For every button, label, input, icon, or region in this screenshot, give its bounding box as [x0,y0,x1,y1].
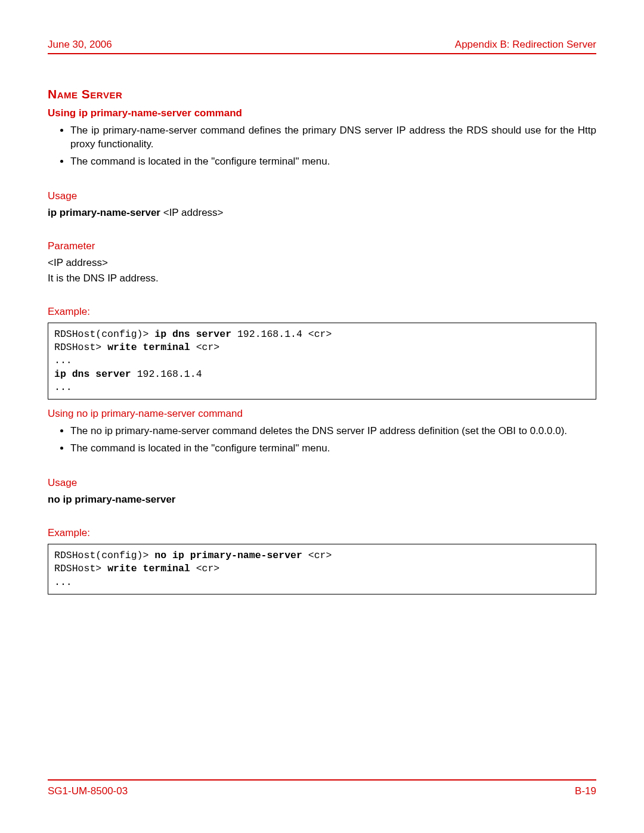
code-example-1: RDSHost(config)> ip dns server 192.168.1… [48,323,596,400]
page-footer: SG1-UM-8500-03 B-19 [48,779,596,797]
footer-docnum: SG1-UM-8500-03 [48,785,128,797]
code-bold: write terminal [107,342,190,353]
param-name: <IP address> [48,257,596,269]
code-text: <cr> [190,342,220,353]
parameter-heading: Parameter [48,240,596,252]
code-bold: no ip primary-name-server [154,550,302,561]
usage-heading-1: Usage [48,190,596,202]
list-item: The ip primary-name-server command defin… [70,124,596,151]
code-text: RDSHost> [54,342,107,353]
subhead-using-no-ip: Using no ip primary-name-server command [48,408,596,420]
list-item: The no ip primary-name-server command de… [70,425,596,438]
code-text: ... [54,355,72,366]
code-text: RDSHost> [54,563,107,574]
usage-cmd-bold: no ip primary-name-server [48,494,175,505]
bullet-list-2: The no ip primary-name-server command de… [70,425,596,456]
usage-cmd-bold: ip primary-name-server [48,207,160,218]
footer-pagenum: B-19 [575,785,596,797]
code-example-2: RDSHost(config)> no ip primary-name-serv… [48,544,596,594]
code-bold: ip dns server [154,329,231,340]
usage-heading-2: Usage [48,477,596,489]
code-text: RDSHost(config)> [54,550,154,561]
usage-line-2: no ip primary-name-server [48,494,596,506]
code-text: RDSHost(config)> [54,329,154,340]
usage-cmd-rest: <IP address> [160,207,224,218]
subhead-using-ip: Using ip primary-name-server command [48,107,596,119]
header-appendix: Appendix B: Redirection Server [455,39,596,51]
example-heading-1: Example: [48,306,596,318]
list-item: The command is located in the "configure… [70,155,596,169]
code-bold: ip dns server [54,368,131,380]
code-text: ... [54,382,72,393]
page-header: June 30, 2006 Appendix B: Redirection Se… [48,39,596,54]
code-text: <cr> [190,563,220,574]
code-text: ... [54,577,72,588]
param-desc: It is the DNS IP address. [48,272,596,284]
list-item: The command is located in the "configure… [70,442,596,456]
parameter-block: <IP address> It is the DNS IP address. [48,257,596,284]
code-text: 192.168.1.4 <cr> [231,329,332,340]
code-bold: write terminal [107,563,190,574]
code-text: <cr> [302,550,332,561]
example-heading-2: Example: [48,527,596,539]
code-text: 192.168.1.4 [131,368,202,380]
bullet-list-1: The ip primary-name-server command defin… [70,124,596,169]
header-date: June 30, 2006 [48,39,112,51]
usage-line-1: ip primary-name-server <IP address> [48,207,596,219]
section-title: Name Server [48,87,596,101]
page-container: June 30, 2006 Appendix B: Redirection Se… [0,0,644,833]
